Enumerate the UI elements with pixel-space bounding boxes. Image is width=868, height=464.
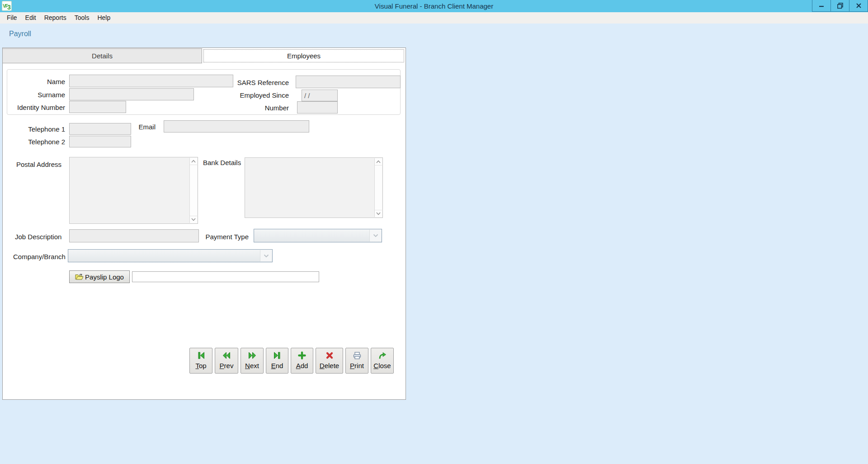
- payment-type-dropdown[interactable]: [254, 229, 382, 242]
- close-window-icon: [856, 3, 862, 9]
- postal-address-scrollbar[interactable]: [189, 158, 197, 223]
- add-label: Add: [296, 362, 308, 369]
- window-controls: [812, 0, 868, 12]
- bank-details-scrollbar[interactable]: [374, 158, 382, 217]
- employed-since-label: Employed Since: [229, 91, 289, 99]
- record-navigation-toolbar: Top Prev Next: [189, 348, 394, 374]
- payslip-logo-button[interactable]: Payslip Logo: [69, 270, 130, 283]
- employed-since-input[interactable]: [302, 90, 338, 101]
- company-branch-label: Company/Branch: [13, 253, 67, 260]
- skip-last-icon: [272, 350, 282, 360]
- number-input[interactable]: [297, 101, 338, 114]
- job-description-label: Job Description: [15, 233, 69, 241]
- nav-top-button[interactable]: Top: [189, 348, 212, 374]
- menu-help[interactable]: Help: [93, 12, 114, 24]
- company-branch-dropdown[interactable]: [68, 249, 273, 262]
- payroll-panel: Details Employees Name SARS Reference Su…: [2, 47, 406, 400]
- postal-address-label: Postal Address: [16, 161, 66, 168]
- dropdown-button[interactable]: [369, 230, 381, 241]
- sars-reference-input[interactable]: [296, 76, 401, 88]
- nav-end-label: End: [271, 362, 283, 369]
- nav-top-label: Top: [195, 362, 206, 369]
- delete-button[interactable]: Delete: [316, 348, 343, 374]
- print-button[interactable]: Print: [345, 348, 368, 374]
- menu-tools[interactable]: Tools: [71, 12, 94, 24]
- scroll-down-button[interactable]: [375, 210, 382, 217]
- nav-next-label: Next: [245, 362, 259, 369]
- add-icon: [297, 350, 307, 360]
- scroll-up-button[interactable]: [375, 158, 382, 166]
- postal-address-textarea[interactable]: [69, 157, 198, 224]
- minimize-icon: [818, 3, 825, 9]
- scroll-up-button[interactable]: [190, 158, 197, 165]
- nav-prev-label: Prev: [220, 362, 234, 369]
- surname-input[interactable]: [69, 88, 194, 100]
- scroll-down-button[interactable]: [190, 216, 197, 223]
- email-input[interactable]: [164, 120, 309, 133]
- payment-type-label: Payment Type: [202, 233, 249, 241]
- menu-reports[interactable]: Reports: [40, 12, 71, 24]
- close-return-icon: [378, 350, 387, 360]
- payslip-logo-button-label: Payslip Logo: [85, 273, 124, 281]
- add-button[interactable]: Add: [291, 348, 313, 374]
- close-button[interactable]: Close: [371, 348, 394, 374]
- menu-edit[interactable]: Edit: [21, 12, 40, 24]
- telephone2-label: Telephone 2: [6, 138, 65, 146]
- print-icon: [352, 350, 362, 360]
- close-window-button[interactable]: [849, 0, 868, 12]
- skip-first-icon: [196, 350, 206, 360]
- bank-details-textarea[interactable]: [245, 157, 383, 218]
- payslip-logo-path-input[interactable]: [132, 271, 319, 282]
- close-label: Close: [373, 362, 391, 369]
- nav-next-button[interactable]: Next: [241, 348, 264, 374]
- chevron-down-icon: [191, 218, 196, 221]
- nav-end-button[interactable]: End: [266, 348, 288, 374]
- job-description-input[interactable]: [69, 229, 199, 242]
- menubar: File Edit Reports Tools Help: [0, 12, 868, 24]
- print-label: Print: [350, 362, 364, 369]
- identity-number-label: Identity Number: [6, 104, 65, 111]
- name-label: Name: [6, 78, 65, 85]
- name-input[interactable]: [69, 75, 233, 87]
- next-icon: [247, 350, 257, 360]
- titlebar: VF3 Visual Funeral - Branch Client Manag…: [0, 0, 868, 12]
- tab-employees[interactable]: Employees: [202, 48, 406, 64]
- restore-icon: [837, 2, 844, 9]
- telephone2-input[interactable]: [69, 136, 131, 147]
- page-title: Payroll: [9, 30, 31, 38]
- tab-details[interactable]: Details: [3, 48, 202, 63]
- dropdown-button[interactable]: [260, 250, 272, 261]
- delete-label: Delete: [320, 362, 339, 369]
- minimize-button[interactable]: [812, 0, 831, 12]
- window-title: Visual Funeral - Branch Client Manager: [0, 0, 868, 12]
- chevron-down-icon: [264, 254, 269, 258]
- chevron-up-icon: [191, 160, 196, 163]
- tab-employees-label: Employees: [203, 49, 404, 62]
- delete-icon: [326, 350, 334, 360]
- email-label: Email: [110, 123, 156, 131]
- chevron-down-icon: [376, 212, 381, 215]
- telephone1-label: Telephone 1: [6, 125, 65, 133]
- number-label: Number: [229, 104, 289, 112]
- surname-label: Surname: [6, 91, 65, 99]
- bank-details-label: Bank Details: [203, 159, 245, 166]
- menu-file[interactable]: File: [3, 12, 21, 24]
- previous-icon: [222, 350, 231, 360]
- restore-button[interactable]: [830, 0, 849, 12]
- nav-prev-button[interactable]: Prev: [215, 348, 238, 374]
- chevron-up-icon: [376, 160, 381, 163]
- identity-number-input[interactable]: [69, 101, 126, 113]
- open-folder-icon: [75, 274, 84, 280]
- sars-reference-label: SARS Reference: [229, 79, 289, 86]
- chevron-down-icon: [373, 234, 378, 237]
